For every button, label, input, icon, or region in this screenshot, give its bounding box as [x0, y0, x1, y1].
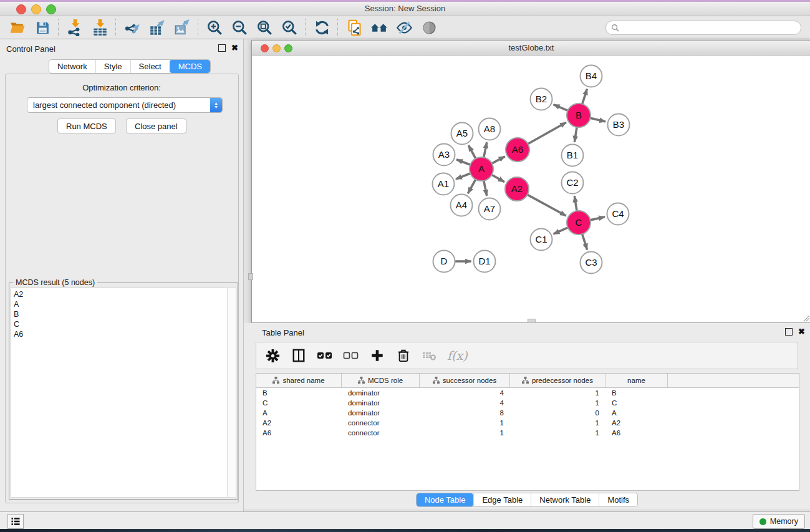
graph-node-C3[interactable]: C3 — [581, 252, 602, 274]
cell-name[interactable]: A — [605, 409, 668, 417]
graph-edge-C-C2[interactable] — [574, 196, 577, 211]
node-table[interactable]: shared nameMCDS rolesuccessor nodesprede… — [256, 373, 799, 491]
add-row-icon[interactable] — [369, 347, 386, 364]
graph-edge-A-A8[interactable] — [484, 142, 487, 157]
graph-edge-B-B4[interactable] — [582, 89, 587, 104]
graph-node-C2[interactable]: C2 — [562, 172, 584, 194]
result-item-A2[interactable]: A2 — [14, 289, 228, 299]
column-header-successor-nodes[interactable]: successor nodes — [420, 374, 510, 387]
export-network-icon[interactable] — [120, 17, 145, 37]
float-table-panel-icon[interactable] — [785, 328, 793, 336]
cell-predecessor-nodes[interactable]: 1 — [510, 399, 605, 407]
delete-row-icon[interactable] — [395, 347, 412, 364]
graph-node-A8[interactable]: A8 — [479, 118, 501, 140]
cell-name[interactable]: C — [605, 399, 668, 407]
graph-edge-C-C1[interactable] — [554, 228, 568, 234]
close-table-panel-icon[interactable]: ✖ — [798, 329, 805, 335]
zoom-window-button[interactable] — [46, 4, 56, 14]
zoom-out-icon[interactable] — [227, 17, 252, 37]
tab-network[interactable]: Network — [49, 60, 95, 73]
minimize-window-button[interactable] — [31, 4, 41, 14]
cell-successor-nodes[interactable]: 4 — [420, 399, 510, 407]
refresh-icon[interactable] — [309, 17, 334, 37]
cell-MCDS-role[interactable]: connector — [342, 419, 420, 427]
graph-node-A1[interactable]: A1 — [433, 173, 455, 195]
graph-edge-B-B2[interactable] — [554, 105, 568, 111]
cell-successor-nodes[interactable]: 4 — [420, 389, 510, 397]
network-minimize-button[interactable] — [272, 44, 281, 52]
tab-edge-table[interactable]: Edge Table — [473, 493, 531, 506]
show-column-icon[interactable] — [290, 347, 307, 364]
table-row[interactable]: Bdominator41B — [256, 388, 799, 398]
graph-node-B1[interactable]: B1 — [562, 145, 584, 167]
network-window-titlebar[interactable]: testGlobe.txt — [252, 41, 810, 56]
graph-edge-A-A6[interactable] — [492, 157, 505, 163]
column-header-MCDS-role[interactable]: MCDS role — [342, 374, 420, 387]
graph-edge-C-C4[interactable] — [591, 217, 605, 220]
cell-shared-name[interactable]: C — [256, 399, 342, 407]
cell-successor-nodes[interactable]: 8 — [420, 409, 510, 417]
tab-style[interactable]: Style — [95, 60, 130, 73]
network-close-button[interactable] — [261, 44, 269, 52]
cell-name[interactable]: A6 — [605, 429, 668, 437]
graph-node-B[interactable]: B — [567, 104, 591, 127]
graph-edge-A-A2[interactable] — [492, 175, 504, 181]
export-image-icon[interactable] — [170, 17, 195, 37]
mcds-result-list[interactable]: A2ABCA6 — [11, 288, 228, 498]
cell-successor-nodes[interactable]: 1 — [420, 419, 510, 427]
graph-edge-A-A1[interactable] — [456, 173, 470, 179]
close-window-button[interactable] — [16, 4, 26, 14]
graph-node-B2[interactable]: B2 — [531, 89, 552, 110]
hide-selected-icon[interactable] — [392, 17, 417, 37]
unselect-all-icon[interactable] — [342, 347, 360, 364]
float-panel-icon[interactable] — [218, 44, 226, 52]
graph-node-A4[interactable]: A4 — [451, 195, 473, 216]
memory-button[interactable]: Memory — [753, 514, 805, 529]
column-header-name[interactable]: name — [605, 374, 668, 387]
cell-successor-nodes[interactable]: 1 — [420, 429, 510, 437]
graph-node-A7[interactable]: A7 — [479, 198, 501, 220]
cell-shared-name[interactable]: A — [256, 409, 342, 417]
result-item-A[interactable]: A — [14, 299, 228, 309]
table-options-icon[interactable] — [264, 347, 281, 364]
tab-node-table[interactable]: Node Table — [417, 493, 474, 506]
result-scrollbar[interactable] — [227, 288, 236, 498]
cell-predecessor-nodes[interactable]: 1 — [510, 429, 605, 437]
graph-node-A2[interactable]: A2 — [505, 177, 529, 201]
graph-edge-A2-C[interactable] — [528, 195, 566, 216]
resize-grip-icon[interactable] — [801, 313, 810, 322]
close-panel-icon[interactable]: ✖ — [231, 45, 238, 51]
graph-node-D[interactable]: D — [433, 251, 455, 273]
cell-MCDS-role[interactable]: dominator — [342, 389, 420, 397]
network-canvas[interactable]: A5A8A3A1A4A7B2B4B3B1C2C4C1C3DD1AA6A2BC — [252, 56, 809, 322]
show-graphics-details-icon[interactable] — [417, 17, 441, 37]
table-row[interactable]: A6connector11A6 — [256, 428, 799, 438]
criterion-dropdown[interactable]: largest connected component (directed) ▲… — [27, 97, 223, 113]
run-mcds-button[interactable]: Run MCDS — [57, 118, 116, 133]
import-network-icon[interactable] — [62, 17, 87, 37]
cell-predecessor-nodes[interactable]: 0 — [510, 409, 605, 417]
zoom-selected-icon[interactable] — [277, 17, 302, 37]
column-header-predecessor-nodes[interactable]: predecessor nodes — [510, 374, 605, 387]
open-session-icon[interactable] — [5, 17, 30, 37]
close-panel-button[interactable]: Close panel — [126, 118, 186, 133]
network-zoom-button[interactable] — [284, 44, 292, 52]
cell-MCDS-role[interactable]: connector — [342, 429, 420, 437]
graph-edge-A6-B[interactable] — [528, 122, 566, 143]
result-item-A6[interactable]: A6 — [14, 329, 228, 339]
tab-motifs[interactable]: Motifs — [599, 493, 637, 506]
cell-predecessor-nodes[interactable]: 1 — [510, 389, 605, 397]
table-row[interactable]: Adominator80A — [256, 408, 799, 418]
select-all-icon[interactable] — [316, 347, 334, 364]
graph-edge-A-A7[interactable] — [484, 181, 487, 196]
cell-MCDS-role[interactable]: dominator — [342, 399, 420, 407]
tab-select[interactable]: Select — [130, 60, 170, 73]
graph-node-B3[interactable]: B3 — [608, 114, 630, 136]
zoom-in-icon[interactable] — [202, 17, 227, 37]
tab-network-table[interactable]: Network Table — [531, 493, 599, 506]
cell-shared-name[interactable]: A6 — [256, 429, 342, 437]
first-neighbors-icon[interactable] — [367, 17, 392, 37]
column-header-shared-name[interactable]: shared name — [256, 374, 342, 387]
zoom-fit-icon[interactable] — [252, 17, 277, 37]
clone-network-icon[interactable] — [342, 17, 367, 37]
